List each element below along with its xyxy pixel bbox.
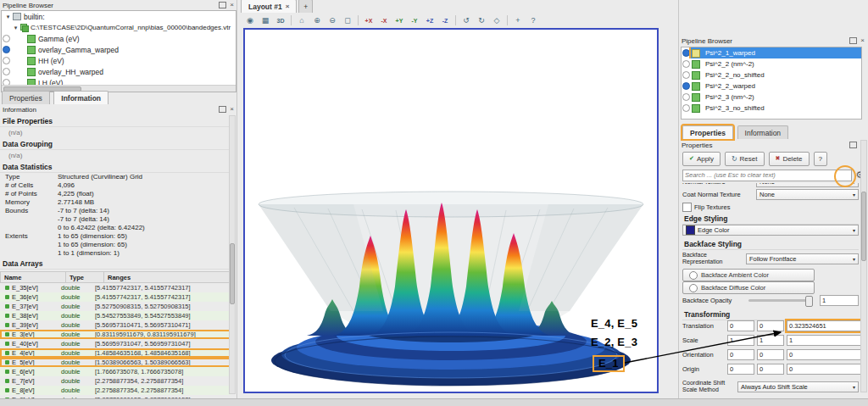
tree-item-hh[interactable]: HH (eV) [2,55,236,66]
apply-button[interactable]: ✔ Apply [682,152,721,166]
pipeline-item-psi2-3-no-shifted[interactable]: Psi^2_3_no_shifted [682,103,861,114]
tree-item-overlay-gamma[interactable]: overlay_Gamma_warped [2,44,236,55]
origin-x-input[interactable] [727,364,754,375]
visibility-eye-icon[interactable] [682,104,690,112]
backface-representation-select[interactable]: Follow Frontface ▾ [746,253,859,264]
table-row[interactable]: E_37[eV]double[5.52750908315, 5.52750908… [0,302,231,311]
col-name[interactable]: Name [1,272,66,282]
visibility-eye-icon[interactable] [3,68,10,75]
scale-x-input[interactable] [727,335,754,346]
mode-3d-toggle[interactable]: 3D [273,14,288,28]
table-row[interactable]: E_7[eV]double[2.2758877354, 2.2758877354… [0,376,231,386]
vertical-scrollbar[interactable] [229,115,236,394]
pipeline-item-psi2-2-no-shifted[interactable]: Psi^2_2_no_shifted [682,70,861,81]
view-minus-x-icon[interactable]: -X [376,14,392,28]
table-row[interactable]: E_38[eV]double[5.54527553849, 5.54527553… [0,311,231,320]
scale-y-input[interactable] [757,335,784,346]
flip-textures-checkbox[interactable] [682,203,692,212]
table-row-highlighted[interactable]: E_3[eV]double[0.831195911679, 0.83119591… [0,330,231,339]
visibility-eye-icon[interactable] [682,82,690,90]
isometric-view-icon[interactable]: ◇ [489,14,504,28]
new-layout-tab-button[interactable]: + [298,0,313,13]
normal-texture-select[interactable]: None ▾ [756,183,859,187]
visibility-eye-icon[interactable] [3,57,10,64]
expander-icon[interactable]: ▾ [4,14,12,20]
backface-opacity-input[interactable] [820,295,859,306]
float-panel-icon[interactable] [219,2,226,8]
center-axes-icon[interactable]: + [510,14,526,28]
delete-button[interactable]: ✖ Delete [769,152,810,166]
table-row[interactable]: E_8[eV]double[2.2758877354, 2.2758877354… [0,386,231,395]
adjust-view-icon[interactable]: ▦ [258,14,273,28]
pipeline-item-psi2-2-warped[interactable]: Psi^2_2_warped [682,81,861,92]
pipeline-item-psi2-1-warped[interactable]: Psi^2_1_warped [682,47,861,58]
orientation-x-input[interactable] [727,349,754,360]
table-row[interactable]: E_35[eV]double[5.41557742317, 5.41557742… [0,283,231,292]
vertical-scrollbar[interactable] [860,140,867,392]
view-minus-z-icon[interactable]: -Z [437,14,453,28]
rotate-ccw-icon[interactable]: ↺ [459,14,474,28]
backface-diffuse-color-button[interactable]: Backface Diffuse Color [682,281,815,294]
coordinate-shift-select[interactable]: Always Auto Shift Scale ▾ [737,381,859,392]
view-plus-z-icon[interactable]: +Z [422,14,437,28]
float-panel-icon[interactable] [849,37,857,44]
visibility-eye-icon[interactable] [682,71,690,79]
tree-item-file[interactable]: ▾ C:\TESTCASE\2D\QuantumCorral_nnp\bias_… [2,22,236,33]
close-panel-icon[interactable]: × [230,106,234,113]
help-button[interactable]: ? [814,152,827,166]
view-plus-x-icon[interactable]: +X [361,14,376,28]
table-header-row[interactable]: Name Type Ranges [0,271,231,283]
table-row[interactable]: E_6[eV]double[1.7666735078, 1.7666735078… [0,367,231,376]
translation-y-input[interactable] [757,320,784,331]
tree-item-overlay-hh[interactable]: overlay_HH_warped [2,66,236,77]
float-panel-icon[interactable] [849,142,857,148]
tree-item-builtin[interactable]: ▾ builtin: [2,11,236,22]
tree-item-gamma[interactable]: Gamma (eV) [2,33,236,44]
tab-properties[interactable]: Properties [2,91,50,104]
translation-x-input[interactable] [727,320,754,331]
expander-icon[interactable]: ▾ [12,25,19,31]
backface-opacity-slider[interactable] [748,299,813,302]
camera-icon[interactable]: ◉ [242,14,258,28]
table-row-highlighted[interactable]: E_5[eV]double[1.50389066563, 1.503890665… [0,358,231,367]
visibility-eye-icon[interactable] [3,46,10,53]
close-panel-icon[interactable]: × [230,2,234,8]
float-panel-icon[interactable] [219,106,226,113]
orientation-y-input[interactable] [757,349,784,360]
col-ranges[interactable]: Ranges [104,272,230,282]
backface-ambient-color-button[interactable]: Backface Ambient Color [682,269,815,281]
close-tab-icon[interactable]: × [286,3,290,10]
visibility-eye-icon[interactable] [682,93,690,101]
zoom-to-data-icon[interactable]: ⊕ [309,14,325,28]
reset-camera-icon[interactable]: ⌂ [294,14,309,28]
help-icon[interactable]: ? [526,14,541,28]
pipeline-item-psi2-3[interactable]: Psi^2_3 (nm^-2) [682,92,861,103]
scale-z-input[interactable] [787,335,862,346]
edge-color-select[interactable]: Edge Color ▾ [682,225,859,236]
zoom-to-box-icon[interactable]: ◻ [340,14,355,28]
zoom-closest-icon[interactable]: ⊖ [325,14,340,28]
coat-normal-texture-select[interactable]: None ▾ [756,189,859,200]
reset-button[interactable]: ↻ Reset [725,152,765,166]
origin-z-input[interactable] [787,364,862,375]
table-row[interactable]: E_36[eV]double[5.41557742317, 5.41557742… [0,292,231,302]
table-row[interactable]: E_39[eV]double[5.56957310471, 5.56957310… [0,320,231,330]
tab-properties[interactable]: Properties [682,125,733,139]
table-row-highlighted[interactable]: E_4[eV]double[1.48584635168, 1.485846351… [0,348,231,358]
pipeline-item-psi2-2[interactable]: Psi^2_2 (nm^-2) [682,58,861,70]
view-plus-y-icon[interactable]: +Y [392,14,407,28]
orientation-z-input[interactable] [787,349,862,360]
visibility-eye-icon[interactable] [682,49,690,57]
visibility-eye-icon[interactable] [682,60,690,68]
visibility-eye-icon[interactable] [3,35,10,42]
tab-information[interactable]: Information [53,91,108,104]
search-input[interactable] [682,170,852,181]
translation-z-input[interactable] [787,320,862,331]
view-minus-y-icon[interactable]: -Y [407,14,422,28]
close-panel-icon[interactable]: × [860,37,865,44]
rotate-cw-icon[interactable]: ↻ [474,14,489,28]
origin-y-input[interactable] [757,364,784,375]
tab-layout-1[interactable]: Layout #1 × [241,0,297,13]
table-row[interactable]: E_40[eV]double[5.56959731047, 5.56959731… [0,339,231,348]
col-type[interactable]: Type [66,272,104,282]
